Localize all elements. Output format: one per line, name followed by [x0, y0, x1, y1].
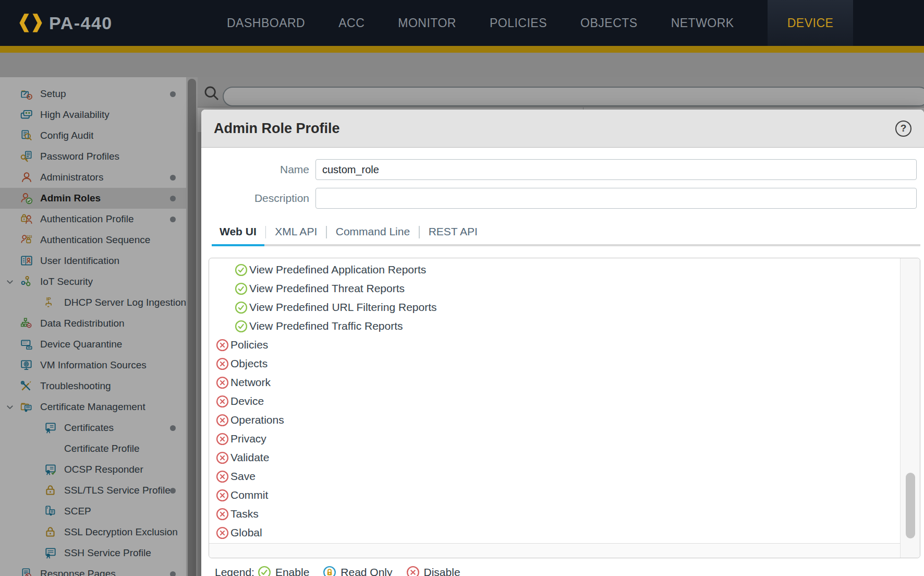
tree-item-label: Policies: [230, 339, 268, 351]
disable-state-icon[interactable]: [216, 433, 229, 446]
disable-legend-icon: [406, 566, 420, 576]
dialog-tab-xml-api[interactable]: XML API: [267, 220, 325, 244]
dialog-tabs: Web UIXML APICommand LineREST API: [212, 220, 920, 246]
tree-item-label: Tasks: [230, 508, 259, 520]
dialog-header[interactable]: Admin Role Profile ?: [201, 110, 924, 148]
help-icon[interactable]: ?: [895, 121, 911, 137]
legend-row: Legend: EnableRead OnlyDisable: [215, 566, 924, 576]
disable-state-icon[interactable]: [216, 470, 229, 483]
nav-tab-acc[interactable]: ACC: [338, 0, 364, 46]
tree-item-view-predefined-traffic-reports[interactable]: View Predefined Traffic Reports: [209, 317, 901, 335]
tree-item-label: Global: [230, 526, 262, 539]
tree-item-tasks[interactable]: Tasks: [209, 505, 901, 523]
tree-item-save[interactable]: Save: [209, 467, 901, 486]
disable-state-icon[interactable]: [216, 526, 229, 539]
tree-item-label: Save: [230, 470, 256, 483]
enable-state-icon[interactable]: [235, 282, 248, 295]
pan-logo-icon: [19, 11, 43, 34]
nav-tab-dashboard[interactable]: DASHBOARD: [227, 0, 305, 46]
disable-state-icon[interactable]: [216, 508, 229, 521]
disable-state-icon[interactable]: [216, 451, 229, 464]
nav-tab-monitor[interactable]: MONITOR: [398, 0, 456, 46]
nav-tab-policies[interactable]: POLICIES: [490, 0, 547, 46]
disable-state-icon[interactable]: [216, 414, 229, 427]
device-model-label: PA-440: [49, 13, 113, 33]
permission-tree: View Predefined Application ReportsView …: [209, 258, 901, 544]
tree-item-global[interactable]: Global: [209, 523, 901, 542]
tree-item-label: Privacy: [230, 433, 266, 445]
tree-item-label: Network: [230, 376, 271, 389]
readonly-legend-icon: [323, 566, 336, 576]
description-label: Description: [201, 192, 315, 205]
tree-item-label: Validate: [230, 451, 269, 464]
nav-tab-network[interactable]: NETWORK: [671, 0, 734, 46]
disable-state-icon[interactable]: [216, 357, 229, 370]
tree-item-network[interactable]: Network: [209, 373, 901, 392]
legend-item-enable: Enable: [258, 566, 309, 576]
enable-state-icon[interactable]: [235, 301, 248, 314]
dialog-title: Admin Role Profile: [214, 121, 340, 137]
tab-separator: [419, 226, 420, 238]
legend-item-label: Read Only: [341, 566, 392, 576]
tree-item-label: View Predefined URL Filtering Reports: [249, 301, 437, 314]
legend-item-disable: Disable: [406, 566, 460, 576]
legend-item-label: Disable: [424, 566, 460, 576]
tree-item-label: View Predefined Threat Reports: [249, 282, 405, 295]
disable-state-icon[interactable]: [216, 339, 229, 352]
tree-item-label: View Predefined Traffic Reports: [249, 320, 403, 332]
tree-item-label: Operations: [230, 414, 284, 426]
tree-item-operations[interactable]: Operations: [209, 411, 901, 429]
name-input[interactable]: [315, 159, 917, 180]
disable-state-icon[interactable]: [216, 489, 229, 502]
tab-separator: [326, 226, 327, 238]
dialog-tab-command-line[interactable]: Command Line: [328, 220, 418, 244]
nav-tabs: DASHBOARDACCMONITORPOLICIESOBJECTSNETWOR…: [227, 0, 853, 46]
tree-item-label: Commit: [230, 489, 268, 501]
tree-item-commit[interactable]: Commit: [209, 486, 901, 505]
dialog-tab-web-ui[interactable]: Web UI: [212, 220, 264, 244]
tree-item-label: View Predefined Application Reports: [249, 263, 426, 276]
enable-state-icon[interactable]: [235, 263, 248, 277]
admin-role-profile-dialog: Admin Role Profile ? Name Description We…: [201, 110, 924, 576]
enable-state-icon[interactable]: [235, 320, 248, 333]
dialog-tab-rest-api[interactable]: REST API: [421, 220, 485, 244]
tree-footer-strip: [209, 543, 901, 558]
brand-logo: PA-440: [19, 11, 113, 34]
tree-item-label: Device: [230, 395, 264, 407]
nav-tab-objects[interactable]: OBJECTS: [580, 0, 638, 46]
disable-state-icon[interactable]: [216, 395, 229, 408]
tree-item-policies[interactable]: Policies: [209, 335, 901, 354]
disable-state-icon[interactable]: [216, 376, 229, 389]
nav-tab-device[interactable]: DEVICE: [768, 0, 854, 46]
description-input[interactable]: [315, 188, 917, 209]
tree-item-privacy[interactable]: Privacy: [209, 429, 901, 448]
name-field-row: Name: [201, 159, 924, 180]
legend-item-label: Enable: [275, 566, 309, 576]
tree-item-view-predefined-url-filtering-reports[interactable]: View Predefined URL Filtering Reports: [209, 298, 901, 317]
tree-item-view-predefined-application-reports[interactable]: View Predefined Application Reports: [209, 260, 901, 279]
tree-item-validate[interactable]: Validate: [209, 448, 901, 467]
legend-item-read-only: Read Only: [323, 566, 392, 576]
tree-item-view-predefined-threat-reports[interactable]: View Predefined Threat Reports: [209, 279, 901, 298]
top-nav: PA-440 DASHBOARDACCMONITORPOLICIESOBJECT…: [0, 0, 924, 46]
tree-scrollbar-thumb[interactable]: [906, 473, 915, 538]
description-field-row: Description: [201, 188, 924, 209]
tab-separator: [265, 226, 266, 238]
tree-item-label: Objects: [230, 357, 268, 370]
tree-item-device[interactable]: Device: [209, 392, 901, 411]
name-label: Name: [201, 163, 315, 176]
enable-legend-icon: [258, 566, 271, 576]
tree-scrollbar[interactable]: [900, 258, 920, 558]
permission-tree-panel: View Predefined Application ReportsView …: [209, 258, 920, 558]
tree-item-objects[interactable]: Objects: [209, 354, 901, 373]
legend-title: Legend:: [215, 566, 254, 576]
